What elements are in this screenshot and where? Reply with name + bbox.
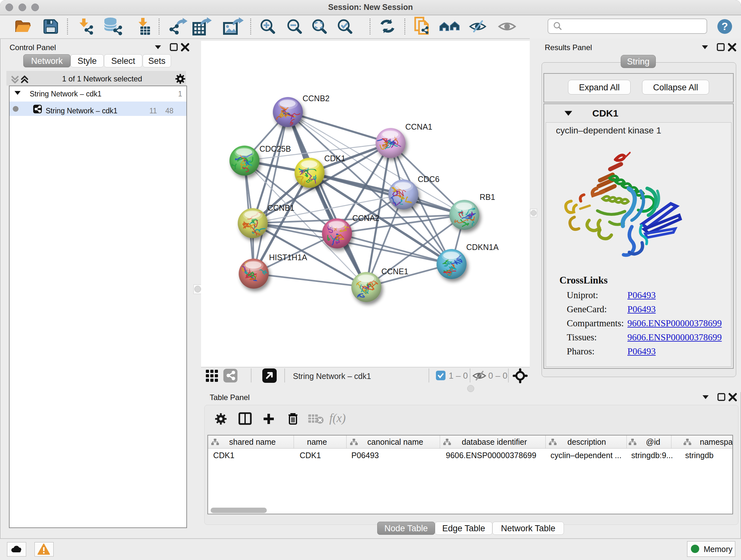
svg-text:CCNA2: CCNA2 — [352, 213, 380, 223]
svg-text:HIST1H1A: HIST1H1A — [269, 253, 307, 262]
svg-text:CDC6: CDC6 — [418, 175, 440, 184]
svg-text:CDKN1A: CDKN1A — [466, 243, 499, 252]
svg-text:CDK1: CDK1 — [324, 154, 346, 163]
svg-text:CCNE1: CCNE1 — [381, 267, 408, 276]
svg-text:RB1: RB1 — [480, 192, 495, 201]
svg-text:CDC25B: CDC25B — [259, 144, 291, 153]
svg-text:CCNA1: CCNA1 — [405, 122, 432, 131]
svg-text:CCNB1: CCNB1 — [267, 203, 294, 212]
svg-text:CCNB2: CCNB2 — [302, 94, 330, 103]
